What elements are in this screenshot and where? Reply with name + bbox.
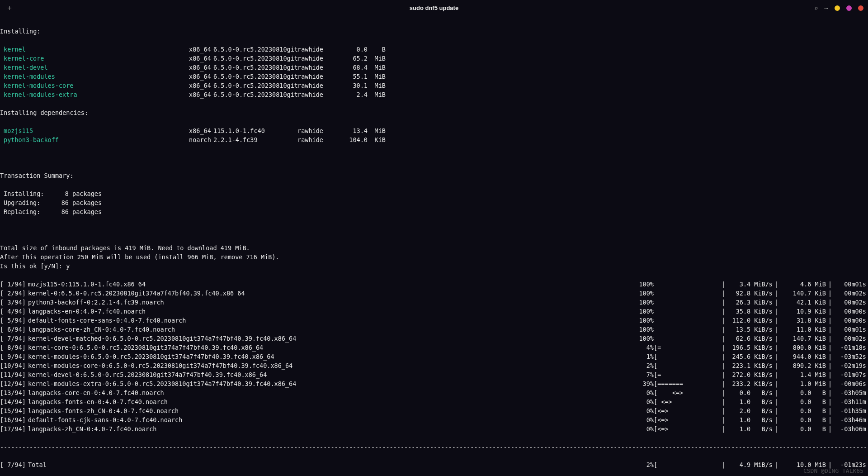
package-row: mozjs115x86_64115.1.0-1.fc40rawhide13.4M… (0, 127, 868, 136)
section-installing: Installing: (0, 27, 868, 36)
download-index: [ 5/94] (0, 316, 28, 325)
download-index: [ 7/94] (0, 334, 28, 343)
download-rate: 13.5 KiB/s (727, 325, 773, 334)
terminal-output: Installing: kernelx86_646.5.0-0.rc5.2023… (0, 16, 868, 476)
summary-row: Installing:8packages (0, 190, 868, 199)
download-time: -01m18s (834, 343, 868, 352)
package-name: kernel (0, 45, 189, 54)
package-name: kernel-core (0, 54, 189, 63)
download-rate: 1.0 B/s (727, 425, 773, 434)
download-index: [14/94] (0, 398, 28, 407)
download-percent: 100% (630, 289, 654, 298)
download-rate: 1.0 B/s (727, 398, 773, 407)
download-time: -03m52s (834, 352, 868, 362)
download-name: kernel-core-0:6.5.0-0.rc5.20230810git374… (28, 343, 263, 352)
close-button[interactable] (858, 5, 863, 11)
download-time: 00m02s (834, 298, 868, 307)
download-name: kernel-modules-0:6.5.0-0.rc5.20230810git… (28, 352, 274, 362)
download-row: [ 5/94]default-fonts-core-sans-0:4.0-7.f… (0, 316, 868, 325)
download-name: kernel-devel-matched-0:6.5.0-0.rc5.20230… (28, 334, 296, 343)
package-row: kernel-modules-corex86_646.5.0-0.rc5.202… (0, 81, 868, 90)
package-version: 6.5.0-0.rc5.20230810git (213, 81, 297, 90)
download-size: 0.0 B (781, 398, 826, 407)
package-arch: x86_64 (189, 54, 213, 63)
download-row: [ 4/94]langpacks-en-0:4.0-7.fc40.noarch1… (0, 307, 868, 316)
download-name: langpacks-fonts-zh_CN-0:4.0-7.fc40.noarc… (28, 407, 179, 416)
download-percent: 100% (630, 298, 654, 307)
package-arch: x86_64 (189, 72, 213, 81)
download-index: [ 1/94] (0, 280, 28, 289)
download-time: -03h05m (834, 389, 868, 398)
download-name: langpacks-fonts-en-0:4.0-7.fc40.noarch (28, 398, 168, 407)
download-time: -01m07s (834, 371, 868, 380)
download-index: [ 2/94] (0, 289, 28, 298)
package-size: 68.4 (329, 63, 368, 72)
package-arch: x86_64 (189, 81, 213, 90)
download-index: [ 3/94] (0, 298, 28, 307)
download-time: 00m02s (834, 289, 868, 298)
package-version: 6.5.0-0.rc5.20230810git (213, 54, 297, 63)
download-rate: 196.5 KiB/s (727, 343, 773, 352)
download-row: [16/94]default-fonts-cjk-sans-0:4.0-7.fc… (0, 416, 868, 425)
download-size: 0.0 B (781, 416, 826, 425)
progress-bar: [ <=> ] (654, 389, 719, 398)
download-size: 0.0 B (781, 407, 826, 416)
package-repo: rawhide (297, 72, 329, 81)
download-percent: 100% (630, 307, 654, 316)
package-row: kernel-corex86_646.5.0-0.rc5.20230810git… (0, 54, 868, 63)
download-size: 944.0 KiB (781, 352, 826, 362)
download-size: 11.0 KiB (781, 325, 826, 334)
download-time: -00m06s (834, 380, 868, 389)
download-name: kernel-devel-0:6.5.0-0.rc5.20230810git37… (28, 371, 267, 380)
package-size: 2.4 (329, 90, 368, 100)
package-repo: rawhide (297, 45, 329, 54)
progress-bar: [<=> ] (654, 425, 719, 434)
download-rate: 245.6 KiB/s (727, 352, 773, 362)
maximize-button[interactable] (846, 5, 852, 11)
progress-bar (654, 316, 719, 325)
progress-bar: [= ] (654, 371, 719, 380)
package-unit: MiB (368, 54, 386, 63)
download-name: Total (28, 461, 47, 470)
download-percent: 2% (630, 461, 654, 470)
download-percent: 0% (630, 389, 654, 398)
download-total-row: [ 7/94]Total2%[ ]|4.9 MiB/s|10.0 MiB|-01… (0, 461, 868, 470)
package-size: 104.0 (329, 136, 368, 145)
package-size: 13.4 (329, 127, 368, 136)
download-row: [11/94]kernel-devel-0:6.5.0-0.rc5.202308… (0, 371, 868, 380)
minimize-button[interactable] (835, 5, 840, 11)
download-size: 0.0 B (781, 425, 826, 434)
download-size: 800.0 KiB (781, 343, 826, 352)
new-tab-button[interactable]: + (5, 3, 14, 13)
progress-bar (654, 280, 719, 289)
download-time: -02m19s (834, 362, 868, 371)
download-row: [ 9/94]kernel-modules-0:6.5.0-0.rc5.2023… (0, 352, 868, 362)
package-arch: noarch (189, 136, 213, 145)
download-percent: 100% (630, 316, 654, 325)
progress-bar: [ <=> ] (654, 398, 719, 407)
summary-row: Replacing:86packages (0, 208, 868, 217)
download-rate: 2.0 B/s (727, 407, 773, 416)
download-time: 00m00s (834, 316, 868, 325)
progress-bar: [<=> ] (654, 416, 719, 425)
progress-bar (654, 289, 719, 298)
download-size: 10.9 KiB (781, 307, 826, 316)
progress-bar: [ ] (654, 352, 719, 362)
progress-bar: [ ] (654, 362, 719, 371)
progress-bar: [= ] (654, 343, 719, 352)
download-percent: 39% (630, 380, 654, 389)
package-unit: MiB (368, 81, 386, 90)
download-rate: 112.0 KiB/s (727, 316, 773, 325)
download-name: langpacks-core-zh_CN-0:4.0-7.fc40.noarch (28, 325, 175, 334)
download-row: [ 2/94]kernel-0:6.5.0-0.rc5.20230810git3… (0, 289, 868, 298)
download-row: [13/94]langpacks-core-en-0:4.0-7.fc40.no… (0, 389, 868, 398)
menu-icon[interactable]: ⋯ (825, 4, 828, 13)
section-installing-deps: Installing dependencies: (0, 109, 868, 118)
package-name: python3-backoff (0, 136, 189, 145)
download-row: [ 1/94]mozjs115-0:115.1.0-1.fc40.x86_641… (0, 280, 868, 289)
package-arch: x86_64 (189, 63, 213, 72)
package-unit: MiB (368, 72, 386, 81)
search-icon[interactable]: ⌕ (814, 4, 818, 13)
download-size: 890.2 KiB (781, 362, 826, 371)
package-row: python3-backoffnoarch2.2.1-4.fc39rawhide… (0, 136, 868, 145)
